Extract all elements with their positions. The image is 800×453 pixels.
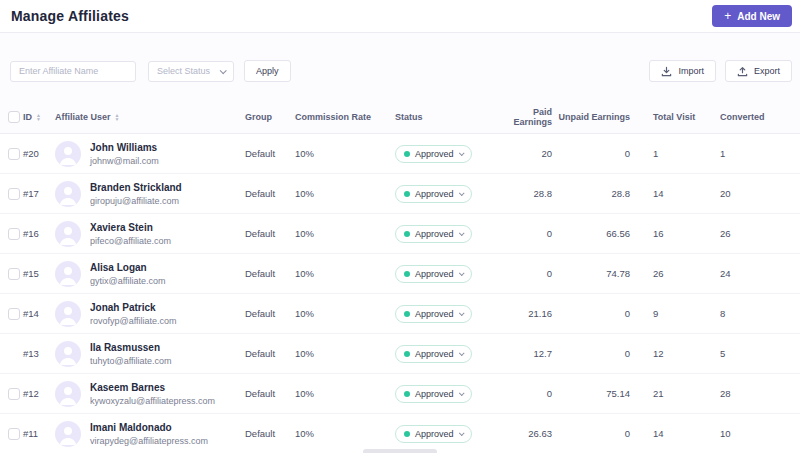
status-dot-icon: [404, 271, 410, 277]
affiliate-user-cell: Xaviera Stein pifeco@affiliate.com: [55, 221, 245, 247]
avatar: [55, 421, 81, 447]
chevron-down-icon: [458, 190, 464, 196]
add-new-label: Add New: [737, 11, 780, 22]
chevron-down-icon: [458, 430, 464, 436]
status-dropdown[interactable]: Approved: [395, 185, 472, 203]
row-checkbox[interactable]: [8, 308, 20, 320]
affiliate-email: tuhyto@affiliate.com: [90, 356, 172, 366]
affiliate-user-cell: Branden Strickland giropuju@affiliate.co…: [55, 181, 245, 207]
total-visit-value: 21: [630, 388, 700, 399]
paid-earnings-value: 28.8: [510, 188, 552, 199]
add-new-button[interactable]: + Add New: [712, 5, 792, 27]
person-icon: [55, 261, 81, 287]
table-row: #17 Branden Strickland giropuju@affiliat…: [0, 174, 800, 214]
affiliate-user-cell: Ila Rasmussen tuhyto@affiliate.com: [55, 341, 245, 367]
paid-earnings-value: 0: [510, 388, 552, 399]
import-button[interactable]: Import: [649, 60, 716, 82]
row-checkbox[interactable]: [8, 268, 20, 280]
status-dropdown[interactable]: Approved: [395, 385, 472, 403]
apply-button[interactable]: Apply: [244, 60, 291, 82]
import-label: Import: [678, 66, 704, 76]
affiliate-id: #20: [23, 148, 55, 159]
export-button[interactable]: Export: [725, 60, 792, 82]
group-value: Default: [245, 268, 295, 279]
affiliate-user-cell: Alisa Logan gytix@affiliate.com: [55, 261, 245, 287]
affiliate-id: #17: [23, 188, 55, 199]
pagination-partial: [363, 449, 437, 453]
status-dropdown[interactable]: Approved: [395, 145, 472, 163]
chevron-down-icon: [458, 350, 464, 356]
status-label: Approved: [415, 189, 454, 199]
row-checkbox[interactable]: [8, 228, 20, 240]
affiliate-name: Jonah Patrick: [90, 302, 177, 313]
select-all-checkbox[interactable]: [8, 111, 20, 123]
status-dot-icon: [404, 311, 410, 317]
status-dropdown[interactable]: Approved: [395, 305, 472, 323]
row-checkbox[interactable]: [8, 188, 20, 200]
affiliate-user-cell: Imani Maldonado virapydeg@affiliatepress…: [55, 421, 245, 447]
affiliate-email: pifeco@affiliate.com: [90, 236, 171, 246]
person-icon: [55, 141, 81, 167]
commission-rate-value: 10%: [295, 388, 395, 399]
affiliate-id: #15: [23, 268, 55, 279]
status-label: Approved: [415, 389, 454, 399]
group-value: Default: [245, 308, 295, 319]
total-visit-value: 26: [630, 268, 700, 279]
commission-rate-value: 10%: [295, 148, 395, 159]
sort-icon[interactable]: ▲▼: [36, 113, 41, 121]
affiliate-email: gytix@affiliate.com: [90, 276, 166, 286]
status-dropdown[interactable]: Approved: [395, 265, 472, 283]
chevron-down-icon: [220, 67, 227, 74]
paid-earnings-value: 26.63: [510, 428, 552, 439]
paid-earnings-value: 0: [510, 228, 552, 239]
status-select[interactable]: Select Status: [148, 61, 234, 82]
affiliate-id: #12: [23, 388, 55, 399]
status-dropdown[interactable]: Approved: [395, 345, 472, 363]
affiliate-email: johnw@mail.com: [90, 156, 159, 166]
commission-rate-value: 10%: [295, 308, 395, 319]
table-row: #14 Jonah Patrick rovofyp@affiliate.com …: [0, 294, 800, 334]
avatar: [55, 141, 81, 167]
table-row: #16 Xaviera Stein pifeco@affiliate.com D…: [0, 214, 800, 254]
affiliate-name: Alisa Logan: [90, 262, 166, 273]
status-dot-icon: [404, 351, 410, 357]
affiliates-table: ID ▲▼ Affiliate User ▲▼ Group Commission…: [0, 100, 800, 453]
table-row: #20 John Williams johnw@mail.com Default…: [0, 134, 800, 174]
person-icon: [55, 341, 81, 367]
unpaid-earnings-value: 74.78: [552, 268, 630, 279]
commission-rate-value: 10%: [295, 268, 395, 279]
chevron-down-icon: [458, 230, 464, 236]
column-header-id[interactable]: ID ▲▼: [23, 112, 55, 122]
affiliate-name-input[interactable]: [10, 61, 136, 82]
column-header-status: Status: [395, 112, 510, 122]
unpaid-earnings-value: 0: [552, 148, 630, 159]
column-header-affiliate-user[interactable]: Affiliate User ▲▼: [55, 112, 245, 122]
status-label: Approved: [415, 149, 454, 159]
total-visit-value: 12: [630, 348, 700, 359]
converted-value: 5: [700, 348, 792, 359]
column-header-unpaid-earnings: Unpaid Earnings: [552, 112, 630, 122]
commission-rate-value: 10%: [295, 228, 395, 239]
avatar: [55, 181, 81, 207]
chevron-down-icon: [458, 390, 464, 396]
converted-value: 28: [700, 388, 792, 399]
row-checkbox[interactable]: [8, 148, 20, 160]
total-visit-value: 9: [630, 308, 700, 319]
status-label: Approved: [415, 229, 454, 239]
unpaid-earnings-value: 0: [552, 348, 630, 359]
sort-icon[interactable]: ▲▼: [115, 113, 120, 121]
affiliate-id: #16: [23, 228, 55, 239]
person-icon: [55, 381, 81, 407]
person-icon: [55, 221, 81, 247]
row-checkbox[interactable]: [8, 428, 20, 440]
affiliate-id: #13: [23, 348, 55, 359]
filters-toolbar: Select Status Apply Import Export: [0, 60, 800, 82]
status-dot-icon: [404, 391, 410, 397]
status-dropdown[interactable]: Approved: [395, 425, 472, 443]
group-value: Default: [245, 348, 295, 359]
affiliate-id: #14: [23, 308, 55, 319]
column-header-converted: Converted: [700, 112, 792, 122]
status-dropdown[interactable]: Approved: [395, 225, 472, 243]
row-checkbox[interactable]: [8, 388, 20, 400]
person-icon: [55, 421, 81, 447]
